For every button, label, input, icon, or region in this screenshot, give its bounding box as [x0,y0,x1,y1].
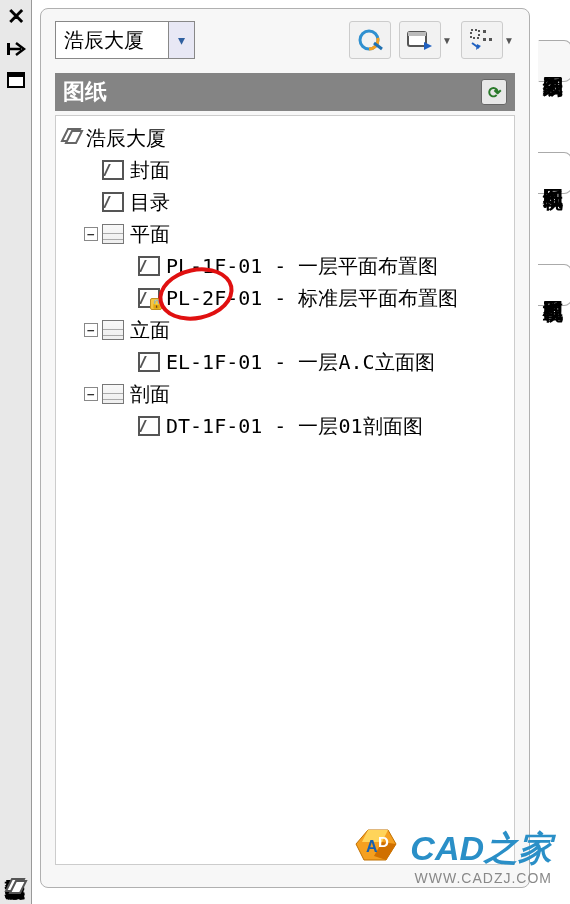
sheets-icon [4,873,28,899]
refresh-button[interactable]: ⟳ [481,79,507,105]
sheet-icon [138,416,160,436]
selection-menu-arrow[interactable]: ▼ [503,21,515,59]
tree-label: 剖面 [130,378,170,410]
subset-icon [102,384,124,404]
svg-rect-10 [489,38,492,41]
tree-item[interactable]: EL-1F-01 - 一层A.C立面图 [60,346,510,378]
svg-text:A: A [366,838,378,855]
svg-text:D: D [378,833,389,850]
svg-rect-2 [9,77,23,86]
collapse-icon[interactable]: − [84,323,98,337]
tab-sheet-views[interactable]: 图纸视图 [538,152,570,194]
tree-item[interactable]: 目录 [60,186,510,218]
tree-header-title: 图纸 [63,77,107,107]
svg-rect-6 [408,32,426,36]
tab-model-views[interactable]: 模型视图 [538,264,570,306]
main-panel: 浩辰大厦 ▾ ▼ ▼ 图纸 ⟳ 浩辰大厦 [40,8,530,888]
tree-group-elev[interactable]: − 立面 [60,314,510,346]
tree-group-sect[interactable]: − 剖面 [60,378,510,410]
tree-label: 目录 [130,186,170,218]
sheet-icon [102,192,124,212]
watermark-logo-icon: A D [354,826,400,872]
tree-label: PL-1F-01 - 一层平面布置图 [166,250,438,282]
tree-header: 图纸 ⟳ [55,73,515,111]
watermark-text: CAD之家 [410,826,552,872]
right-tabs: 图纸列表 图纸视图 模型视图 [538,40,570,880]
pin-icon[interactable] [6,40,26,62]
tree-root[interactable]: 浩辰大厦 [60,122,510,154]
tree-label: 浩辰大厦 [86,122,166,154]
sheet-icon [138,352,160,372]
sheets-icon [60,122,86,154]
svg-rect-9 [483,38,486,41]
subset-icon [102,224,124,244]
tab-sheet-list[interactable]: 图纸列表 [538,40,570,82]
sheetset-dropdown[interactable]: 浩辰大厦 ▾ [55,21,195,59]
sheet-locked-icon: 🔒 [138,288,160,308]
watermark: A D CAD之家 WWW.CADZJ.COM [354,826,552,886]
selection-button[interactable] [461,21,503,59]
sheet-icon [102,160,124,180]
svg-rect-7 [471,30,479,38]
subset-icon [102,320,124,340]
panel-left-sidebar: ✕ 图纸集管理器 [0,0,32,904]
publish-button[interactable] [399,21,441,59]
window-icon[interactable] [7,72,25,92]
dropdown-value: 浩辰大厦 [56,27,168,54]
tree-label: 封面 [130,154,170,186]
chevron-down-icon[interactable]: ▾ [168,22,194,58]
svg-rect-8 [483,30,486,33]
tree-item-locked[interactable]: 🔒 PL-2F-01 - 标准层平面布置图 [60,282,510,314]
publish-menu-arrow[interactable]: ▼ [441,21,453,59]
watermark-url: WWW.CADZJ.COM [354,870,552,886]
tree-label: 立面 [130,314,170,346]
tree-item[interactable]: PL-1F-01 - 一层平面布置图 [60,250,510,282]
sheet-tree[interactable]: 浩辰大厦 封面 目录 − 平面 PL-1F-01 - 一层平面布置图 [55,115,515,865]
tree-label: DT-1F-01 - 一层01剖面图 [166,410,423,442]
close-icon[interactable]: ✕ [7,4,25,30]
tree-item[interactable]: DT-1F-01 - 一层01剖面图 [60,410,510,442]
tree-label: 平面 [130,218,170,250]
tree-label: PL-2F-01 - 标准层平面布置图 [166,282,458,314]
tree-group-plan[interactable]: − 平面 [60,218,510,250]
collapse-icon[interactable]: − [84,387,98,401]
collapse-icon[interactable]: − [84,227,98,241]
open-dwg-button[interactable] [349,21,391,59]
tree-label: EL-1F-01 - 一层A.C立面图 [166,346,435,378]
sheet-icon [138,256,160,276]
toolbar: 浩辰大厦 ▾ ▼ ▼ [41,9,529,67]
lock-badge-icon: 🔒 [150,298,162,310]
tree-item[interactable]: 封面 [60,154,510,186]
svg-rect-0 [7,43,10,55]
